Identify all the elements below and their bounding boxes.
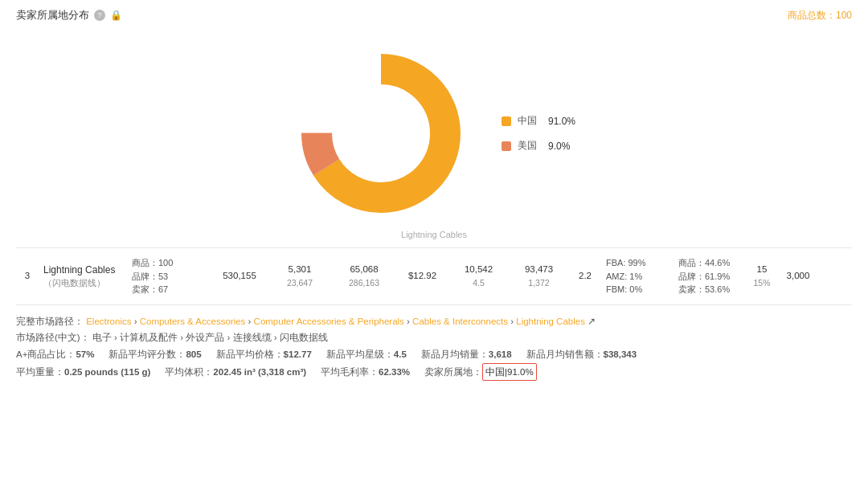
col-num6: 2.2 — [569, 269, 601, 283]
bc-accessories[interactable]: Computer Accessories & Peripherals — [254, 317, 404, 326]
chart-title-area: 卖家所属地分布 ? 🔒 — [16, 8, 122, 22]
chart-title: 卖家所属地分布 — [16, 8, 89, 22]
weight-info: 平均重量：0.25 pounds (115 g) — [16, 364, 150, 381]
brand2: 品牌：61.9% — [678, 270, 741, 284]
col-brand-stats: 商品：44.6% 品牌：61.9% 卖家：53.6% — [674, 256, 746, 296]
breadcrumb-row: 完整市场路径： Electronics › Computers & Access… — [16, 313, 852, 330]
legend-label-china: 中国 — [518, 114, 542, 128]
chart-area: 中国 91.0% 美国 9.0% — [16, 29, 852, 230]
bc-lightning[interactable]: Lightning Cables — [516, 317, 585, 326]
num4-top: 10,542 — [453, 263, 504, 276]
col-index: 3 — [16, 269, 39, 283]
num2-top: 5,301 — [272, 263, 327, 276]
fba2: AMZ: 1% — [606, 270, 669, 284]
num4-bot: 4.5 — [453, 277, 504, 290]
num5-bot: 1,372 — [514, 277, 564, 290]
path-cn-label: 市场路径(中文)： — [16, 333, 90, 342]
legend-dot-china — [502, 116, 511, 126]
stat-avg-reviews: 新品平均评分数：805 — [108, 346, 201, 363]
product-name-text: Lightning Cables — [43, 263, 122, 277]
legend-item-usa: 美国 9.0% — [502, 139, 575, 153]
stat-monthly-revenue: 新品月均销售额：$38,343 — [526, 346, 637, 363]
col-num3: 65,068 286,163 — [332, 263, 396, 289]
num7-bot: 15% — [751, 277, 773, 290]
stat-avg-price: 新品平均价格：$12.77 — [216, 346, 312, 363]
svg-point-2 — [334, 86, 428, 181]
stat-monthly-sales: 新品月均销量：3,618 — [421, 346, 512, 363]
stat-avg-rating: 新品平均星级：4.5 — [326, 346, 407, 363]
footer-info: 完整市场路径： Electronics › Computers & Access… — [16, 313, 852, 382]
lock-icon: 🔒 — [110, 10, 122, 21]
bc-computers[interactable]: Computers & Accessories — [140, 317, 246, 326]
product-sub-text: （闪电数据线） — [43, 277, 122, 290]
legend-pct-usa: 9.0% — [548, 141, 570, 152]
chart-legend: 中国 91.0% 美国 9.0% — [502, 114, 575, 153]
path-cn-row: 市场路径(中文)： 电子 › 计算机及配件 › 外设产品 › 连接线缆 › 闪电… — [16, 329, 852, 346]
margin-info: 平均毛利率：62.33% — [321, 364, 410, 381]
legend-item-china: 中国 91.0% — [502, 114, 575, 128]
fba1: FBA: 99% — [606, 256, 669, 270]
col-product-name: Lightning Cables （闪电数据线） — [39, 263, 127, 290]
legend-dot-usa — [502, 141, 511, 151]
stat-products: 商品：100 — [132, 256, 207, 270]
num5-top: 93,473 — [514, 263, 564, 276]
external-link-icon: ↗ — [588, 317, 596, 326]
legend-pct-china: 91.0% — [548, 116, 575, 127]
path-cn-text: 电子 › 计算机及配件 › 外设产品 › 连接线缆 › 闪电数据线 — [92, 333, 328, 342]
chart-xlabel: Lightning Cables — [16, 230, 852, 239]
col-num2: 5,301 23,647 — [268, 263, 332, 289]
fba3: FBM: 0% — [606, 283, 669, 296]
brand3: 卖家：53.6% — [678, 283, 741, 296]
stat-aplus: A+商品占比：57% — [16, 346, 94, 363]
donut-chart — [293, 45, 469, 222]
breadcrumb-label: 完整市场路径： — [16, 317, 84, 326]
brand1: 商品：44.6% — [678, 256, 741, 270]
col-num1: 530,155 — [211, 269, 268, 283]
weight-row: 平均重量：0.25 pounds (115 g) 平均体积：202.45 in³… — [16, 363, 852, 382]
num7-top: 15 — [751, 263, 773, 276]
stat-sellers: 卖家：67 — [132, 283, 207, 296]
stat-brands: 品牌：53 — [132, 270, 207, 284]
col-num8: 3,000 — [778, 269, 818, 283]
question-icon[interactable]: ? — [94, 10, 105, 21]
bc-cables[interactable]: Cables & Interconnects — [412, 317, 508, 326]
seller-origin: 卖家所属地：中国|91.0% — [424, 363, 537, 382]
bc-electronics[interactable]: Electronics — [86, 317, 131, 326]
col-price: $12.92 — [396, 269, 448, 283]
col-num5: 93,473 1,372 — [509, 263, 569, 289]
seller-origin-value: 中国|91.0% — [482, 363, 537, 382]
total-count: 商品总数：100 — [788, 9, 852, 22]
num3-top: 65,068 — [337, 263, 391, 276]
stats-row: A+商品占比：57% 新品平均评分数：805 新品平均价格：$12.77 新品平… — [16, 346, 852, 363]
num3-bot: 286,163 — [337, 277, 391, 290]
col-num7: 15 15% — [746, 263, 778, 289]
col-stats: 商品：100 品牌：53 卖家：67 — [127, 256, 211, 296]
num2-bot: 23,647 — [272, 277, 327, 290]
col-fba: FBA: 99% AMZ: 1% FBM: 0% — [601, 256, 674, 296]
data-table-row: 3 Lightning Cables （闪电数据线） 商品：100 品牌：53 … — [16, 247, 852, 305]
volume-info: 平均体积：202.45 in³ (3,318 cm³) — [165, 364, 306, 381]
header-row: 卖家所属地分布 ? 🔒 商品总数：100 — [16, 8, 852, 22]
col-num4: 10,542 4.5 — [448, 263, 509, 289]
legend-label-usa: 美国 — [518, 139, 542, 153]
